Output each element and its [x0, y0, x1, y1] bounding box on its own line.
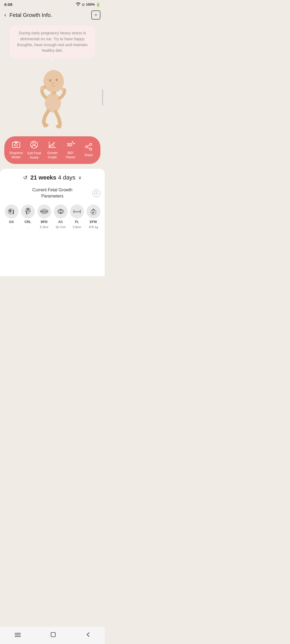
param-bpd[interactable]: BPD 5.3cm	[37, 204, 51, 229]
param-bpd-label: BPD	[41, 220, 48, 224]
wifi-icon	[76, 2, 81, 7]
dnd-icon: ⊘	[82, 2, 85, 7]
param-fl-icon	[70, 204, 84, 218]
svg-rect-11	[12, 142, 20, 148]
action-bar: Shapshot Model Edit Fetal Avatar	[4, 136, 100, 164]
svg-point-0	[78, 5, 79, 6]
plus-icon: +	[95, 12, 97, 18]
refresh-icon[interactable]: ↺	[23, 174, 28, 181]
svg-point-25	[90, 143, 92, 145]
svg-point-34	[27, 208, 29, 211]
param-ac[interactable]: AC 16.7cm	[53, 204, 68, 229]
param-fl[interactable]: FL 3.6cm	[70, 204, 84, 229]
back-button[interactable]: ‹	[4, 12, 6, 19]
param-fl-label: FL	[75, 220, 79, 224]
params-title: Current Fetal GrowthParameters	[32, 188, 72, 198]
svg-point-8	[49, 79, 51, 82]
svg-point-4	[40, 86, 44, 90]
action-growth-graph[interactable]: Growth Graph	[44, 141, 60, 159]
days-value: 4 days	[58, 174, 75, 181]
param-crl-label: CRL	[24, 220, 31, 224]
param-efw-label: EFW	[90, 220, 97, 224]
svg-line-29	[88, 147, 90, 149]
snapshot-label: Shapshot Model	[9, 151, 23, 159]
speech-bubble: During early pregnancy heavy stress is d…	[9, 25, 95, 58]
param-gs-icon	[5, 204, 19, 218]
status-icons: ⊘ 100% 🔋	[76, 2, 100, 7]
share-icon	[85, 143, 92, 152]
svg-point-12	[15, 144, 17, 146]
action-share[interactable]: Share	[81, 143, 97, 158]
param-ac-label: AC	[58, 220, 63, 224]
svg-point-27	[85, 146, 88, 148]
edit-avatar-label: Edit Fetal Avatar	[27, 151, 41, 160]
svg-rect-47	[74, 211, 80, 212]
lower-section: ↺ 21 weeks 4 days ∨ Current Fetal Growth…	[0, 169, 105, 276]
param-crl-icon	[21, 204, 35, 218]
add-button[interactable]: +	[91, 10, 100, 20]
snapshot-icon	[12, 141, 20, 149]
param-fl-value: 3.6cm	[73, 225, 81, 229]
svg-point-26	[90, 148, 92, 150]
status-bar: 6:08 ⊘ 100% 🔋	[0, 0, 105, 8]
weeks-bold: 21 weeks	[30, 174, 56, 181]
param-efw[interactable]: g EFW 476.1g	[86, 204, 100, 229]
param-crl[interactable]: CRL -	[21, 204, 35, 229]
growth-graph-icon	[48, 141, 56, 149]
share-label: Share	[84, 153, 93, 158]
param-crl-value: -	[27, 225, 28, 229]
growth-graph-label: Growth Graph	[47, 151, 58, 159]
action-snapshot[interactable]: Shapshot Model	[8, 141, 24, 159]
param-gs-label: GS	[9, 220, 14, 224]
param-ac-value: 16.7cm	[56, 225, 66, 229]
svg-text:3D: 3D	[67, 142, 72, 147]
param-gs[interactable]: GS -	[4, 204, 19, 229]
status-time: 6:08	[4, 2, 12, 7]
svg-point-16	[33, 142, 35, 145]
header: ‹ Fetal Growth Info. +	[0, 8, 105, 22]
svg-point-54	[93, 212, 94, 213]
svg-point-1	[44, 70, 64, 93]
info-button[interactable]: ⓘ	[92, 189, 100, 197]
param-bpd-value: 5.3cm	[40, 225, 48, 229]
param-ac-icon	[54, 204, 68, 218]
param-efw-icon: g	[86, 204, 100, 218]
speech-bubble-text: During early pregnancy heavy stress is d…	[17, 31, 88, 53]
svg-point-31	[9, 209, 12, 213]
weeks-row: ↺ 21 weeks 4 days ∨	[4, 174, 100, 181]
scrollbar[interactable]	[102, 89, 103, 105]
svg-point-10	[52, 82, 54, 84]
speech-bubble-container: During early pregnancy heavy stress is d…	[0, 22, 105, 58]
svg-line-28	[88, 145, 90, 146]
info-icon: ⓘ	[94, 191, 98, 196]
page-title: Fetal Growth Info.	[9, 12, 91, 18]
viewer-360-label: 360° Viewer	[66, 151, 75, 159]
viewer-360-icon: 3D	[66, 141, 75, 149]
svg-point-9	[56, 79, 58, 81]
svg-point-5	[61, 88, 64, 91]
action-360-viewer[interactable]: 3D 360° Viewer	[63, 141, 79, 159]
fetal-illustration-area	[0, 58, 105, 136]
params-header: Current Fetal GrowthParameters ⓘ	[4, 187, 100, 199]
action-edit-avatar[interactable]: Edit Fetal Avatar	[26, 141, 42, 160]
weeks-dropdown-icon[interactable]: ∨	[78, 175, 82, 181]
fetal-figure	[31, 67, 74, 131]
param-bpd-icon	[37, 204, 51, 218]
weeks-display: 21 weeks 4 days	[30, 174, 75, 181]
param-efw-value: 476.1g	[89, 225, 98, 229]
param-gs-value: -	[11, 225, 12, 229]
params-grid: GS - CRL -	[4, 204, 100, 229]
avatar-icon	[30, 141, 38, 150]
battery-text: 100%	[86, 2, 95, 6]
battery-icon: 🔋	[96, 2, 100, 7]
